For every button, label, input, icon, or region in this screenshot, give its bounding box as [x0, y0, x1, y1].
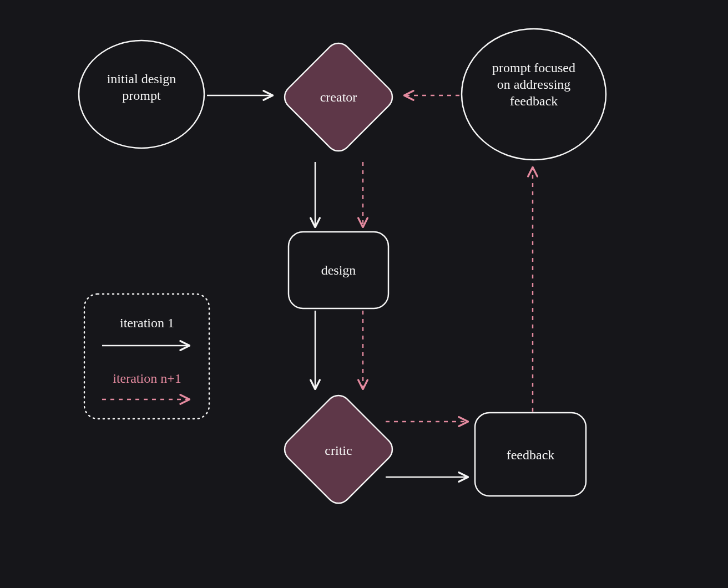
node-initial-prompt-label: initial designprompt [107, 72, 176, 103]
node-creator-label: creator [320, 90, 357, 104]
node-creator: creator [280, 38, 397, 156]
node-critic-label: critic [325, 443, 352, 458]
node-initial-prompt: initial designprompt [79, 40, 204, 148]
node-feedback: feedback [475, 413, 586, 496]
node-feedback-prompt-label: prompt focusedon addressingfeedback [492, 60, 575, 108]
node-feedback-label: feedback [507, 448, 555, 462]
flow-diagram: initial designprompt creator prompt focu… [0, 0, 728, 588]
node-critic: critic [280, 391, 397, 508]
legend-item-1-label: iteration 1 [120, 316, 174, 330]
legend-item-2-label: iteration n+1 [113, 371, 181, 386]
node-feedback-prompt: prompt focusedon addressingfeedback [462, 29, 606, 160]
node-design: design [289, 232, 388, 308]
node-design-label: design [321, 263, 356, 277]
legend: iteration 1 iteration n+1 [84, 294, 209, 419]
